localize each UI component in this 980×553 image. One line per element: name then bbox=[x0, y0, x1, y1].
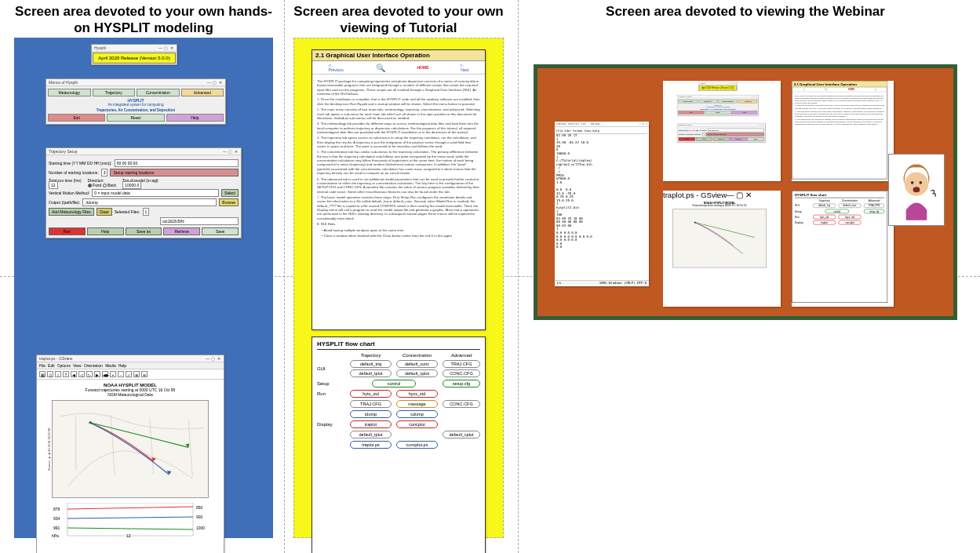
save-button[interactable]: Save bbox=[202, 227, 239, 235]
box-traj-cfg-2: TRAJ.CFG bbox=[350, 400, 392, 408]
browse-button[interactable]: Browse bbox=[219, 198, 239, 206]
row-display: Display bbox=[317, 422, 345, 427]
clear-button[interactable]: Clear bbox=[97, 208, 112, 216]
nloc-input[interactable]: 3 bbox=[101, 169, 108, 176]
top-input[interactable]: 10000.0 bbox=[122, 181, 141, 189]
menu-orientation[interactable]: Orientation bbox=[84, 363, 103, 368]
menus-title: Menus of Hysplit bbox=[49, 80, 78, 85]
tab-trajectory[interactable]: Trajectory bbox=[93, 89, 136, 96]
menu-view[interactable]: View bbox=[73, 363, 82, 368]
nloc-label: Number of starting locations: bbox=[49, 170, 99, 175]
hysplit-sub2: Trajectories, Air Concentration, and Dep… bbox=[48, 108, 224, 112]
fwd-label: Fwrd bbox=[93, 183, 101, 187]
gsview-menu[interactable]: File Edit Options View Orientation Media… bbox=[37, 362, 224, 369]
nav-zoom-icon[interactable]: 🔍 bbox=[376, 64, 385, 72]
svg-line-3 bbox=[67, 517, 193, 518]
trajectory-map: Source ★ at 40.00 N 90.00 W ★ bbox=[52, 400, 209, 498]
setup-locations-button[interactable]: Setup starting locations bbox=[110, 169, 239, 176]
nav-next[interactable]: ▷Next bbox=[461, 63, 468, 72]
box-message: message bbox=[396, 400, 438, 408]
presenter-avatar bbox=[889, 155, 944, 225]
exit-button[interactable]: Exit bbox=[48, 114, 105, 122]
box-control: control bbox=[372, 380, 416, 387]
thumb-gsview: traplot.ps - GSview— ▢ ✕ NOAA HYSPLIT MO… bbox=[663, 191, 781, 307]
selected-count: 1 bbox=[143, 208, 150, 216]
output-input[interactable]: ./tdump bbox=[82, 198, 217, 206]
run-button[interactable]: Run bbox=[49, 227, 86, 235]
title-hands-on: Screen area devoted to your own hands-on… bbox=[14, 3, 273, 37]
svg-text:934: 934 bbox=[53, 516, 60, 521]
tutorial-body: The HYSPLIT package for computing trajec… bbox=[312, 75, 485, 242]
menu-help[interactable]: Help bbox=[118, 363, 126, 368]
retrieve-button[interactable]: Retrieve bbox=[163, 227, 200, 235]
panel-tutorial: 2.1 Graphical User Interface Operation ◁… bbox=[293, 38, 504, 538]
tab-concentration[interactable]: Concentration bbox=[137, 89, 180, 96]
gsview-title: traplot.ps - GSview bbox=[39, 356, 72, 361]
help-button[interactable]: Help bbox=[87, 227, 124, 235]
pressure-panel: 879 934 991 850 900 1000 hPa 12 bbox=[52, 503, 209, 538]
version-body: April 2020 Release (Version 5.0.0) bbox=[93, 53, 176, 64]
meteo-file: oct1618.BIN bbox=[160, 217, 239, 225]
menu-edit[interactable]: Edit bbox=[48, 363, 55, 368]
box-default-tplot: default_tplot bbox=[350, 369, 392, 377]
box-conc-cfg-2: CONC.CFG bbox=[443, 400, 480, 408]
add-meteo-button[interactable]: Add Meteorology Files bbox=[49, 208, 94, 216]
vmm-select-button[interactable]: Select bbox=[221, 189, 239, 197]
start-time-input[interactable]: 00 00 00 00 bbox=[115, 159, 239, 167]
tab-meteorology[interactable]: Meteorology bbox=[48, 89, 91, 96]
panel-webinar: captex_control.txt - Notep...— ▢ ✕ File … bbox=[534, 64, 957, 320]
window-controls[interactable]: —▢✕ bbox=[206, 80, 223, 85]
svg-text:12: 12 bbox=[126, 533, 131, 538]
box-default-cplot: default_cplot bbox=[396, 369, 438, 377]
output-label: Output (/path/file): bbox=[49, 200, 80, 205]
start-time-label: Starting time (YY MM DD HH {mm}): bbox=[49, 161, 112, 166]
box-default-cplot-2: default_cplot bbox=[443, 431, 480, 438]
gsview-toolbar[interactable]: ▦⎙i?◀◁▷▶◀▶+-⤢⊕⊖ bbox=[37, 369, 224, 380]
svg-line-2 bbox=[67, 507, 193, 509]
menu-options[interactable]: Options bbox=[57, 363, 71, 368]
svg-point-15 bbox=[911, 181, 914, 184]
back-radio[interactable] bbox=[103, 184, 107, 187]
window-controls[interactable]: —▢✕ bbox=[158, 45, 174, 50]
svg-text:900: 900 bbox=[196, 515, 203, 519]
col-advanced: Advanced bbox=[443, 353, 480, 358]
row-gui: GUI bbox=[317, 366, 345, 371]
thumb-tutorial-doc: 2.1 Graphical User Interface Operation ◁… bbox=[792, 81, 894, 181]
box-default-tplot-2: default_tplot bbox=[350, 431, 392, 438]
svg-text:991: 991 bbox=[53, 526, 60, 530]
window-controls[interactable]: —▢✕ bbox=[205, 356, 221, 361]
thumb-notepad: captex_control.txt - Notep...— ▢ ✕ File … bbox=[555, 122, 649, 286]
window-trajectory-setup: Trajectory Setup—▢✕ Starting time (YY MM… bbox=[46, 147, 242, 238]
nav-prev[interactable]: ◁Previous bbox=[328, 63, 343, 72]
version-title: Hysplit bbox=[94, 45, 106, 50]
window-controls[interactable]: —▢✕ bbox=[222, 149, 239, 154]
menu-media[interactable]: Media bbox=[105, 363, 116, 368]
title-webinar: Screen area devoted to viewing the Webin… bbox=[549, 3, 942, 20]
svg-text:★: ★ bbox=[88, 420, 93, 425]
box-concplot: concplot bbox=[396, 420, 438, 428]
runtime-input[interactable]: 12 bbox=[49, 181, 58, 189]
menu-file[interactable]: File bbox=[39, 363, 46, 368]
setup-title: Trajectory Setup bbox=[49, 149, 78, 154]
help-button[interactable]: Help bbox=[166, 114, 224, 122]
tutorial-doc: 2.1 Graphical User Interface Operation ◁… bbox=[311, 49, 486, 330]
window-controls[interactable]: — ▢ ✕ bbox=[639, 122, 647, 126]
window-version: Hysplit—▢✕ April 2020 Release (Version 5… bbox=[91, 44, 177, 65]
box-hycs-std: hycs_std bbox=[396, 390, 438, 398]
map-ylabel: Source ★ at 40.00 N 90.00 W bbox=[47, 401, 51, 497]
col-trajectory: Trajectory bbox=[350, 353, 392, 358]
saveas-button[interactable]: Save as bbox=[126, 227, 162, 235]
box-default-traj: default_traj bbox=[350, 360, 392, 368]
fwd-radio[interactable] bbox=[88, 184, 92, 187]
notepad-status-r: 100% Windows (CRLF) UTF-8 bbox=[599, 282, 647, 286]
tab-advanced[interactable]: Advanced bbox=[181, 89, 224, 96]
box-concplot-ps: concplot.ps bbox=[396, 441, 438, 449]
svg-text:850: 850 bbox=[196, 505, 203, 510]
selected-label: Selected Files: bbox=[115, 209, 140, 214]
nav-home[interactable]: HOME bbox=[417, 65, 428, 70]
window-gsview: traplot.ps - GSview—▢✕ File Edit Options… bbox=[36, 355, 224, 553]
reset-button[interactable]: Reset bbox=[107, 114, 164, 122]
svg-text:hPa: hPa bbox=[52, 533, 59, 538]
notepad-body[interactable]: 83 09 25 17 1 39.90 -84.22 10.0 48 0 100… bbox=[556, 134, 647, 249]
lvl-879: 879 bbox=[53, 507, 60, 511]
